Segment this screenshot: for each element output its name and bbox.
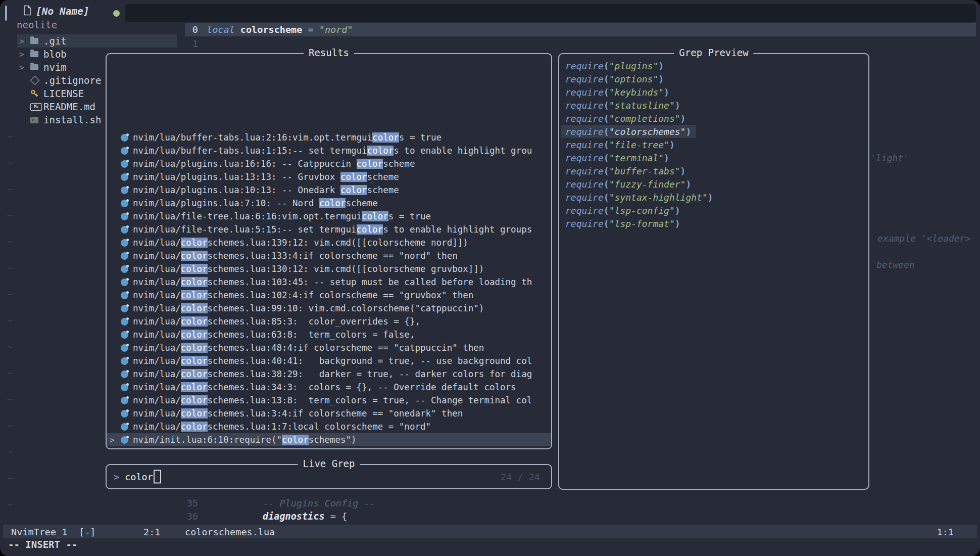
tree-item-label: nvim xyxy=(43,62,67,73)
buffer-tab[interactable]: [No Name] xyxy=(23,5,89,18)
lua-icon xyxy=(121,226,128,234)
lua-icon xyxy=(121,160,128,168)
search-input[interactable]: > color xyxy=(114,470,161,484)
result-row[interactable]: nvim/lua/colorschemes.lua:102:4:if color… xyxy=(107,289,551,302)
result-row[interactable]: nvim/lua/file-tree.lua:5:15:-- set termg… xyxy=(107,223,551,236)
grep-preview-title: Grep Preview xyxy=(674,47,753,58)
lua-icon xyxy=(121,147,128,155)
lua-icon xyxy=(121,265,128,273)
tree-item-label: .git xyxy=(43,35,67,47)
tabline-scrollbar xyxy=(5,6,7,21)
statusline-flag: [-] xyxy=(79,526,95,537)
background-code-text: 'light' xyxy=(870,153,909,163)
preview-line: require("options") xyxy=(561,72,669,85)
result-row[interactable]: nvim/lua/buffer-tabs.lua:2:16:vim.opt.te… xyxy=(107,131,551,144)
lua-icon xyxy=(121,370,128,378)
result-row-selected[interactable]: >nvim/init.lua:6:10:require("colorscheme… xyxy=(107,433,551,446)
result-row[interactable]: nvim/lua/file-tree.lua:6:16:vim.opt.term… xyxy=(107,210,551,223)
tree-item-git[interactable]: > .git xyxy=(17,34,177,48)
lua-icon xyxy=(121,397,128,404)
result-row[interactable]: nvim/lua/colorschemes.lua:13:8: term_col… xyxy=(107,394,551,407)
preview-line: require("file-tree") xyxy=(561,138,680,151)
result-row[interactable]: nvim/lua/plugins.lua:16:16: -- Catppucci… xyxy=(107,157,551,170)
prompt-arrow-icon: > xyxy=(114,472,119,482)
folder-icon xyxy=(30,38,43,44)
tabline-strip xyxy=(125,4,976,22)
result-row[interactable]: nvim/lua/colorschemes.lua:40:41: backgro… xyxy=(107,354,551,367)
statusline-cursor-position: 1:1 xyxy=(937,526,954,537)
preview-line: require("keybinds") xyxy=(561,85,674,99)
result-row[interactable]: nvim/lua/colorschemes.lua:63:8: term_col… xyxy=(107,328,551,341)
lua-icon xyxy=(121,331,128,339)
chevron-right-icon: > xyxy=(19,36,30,46)
tree-item-label: README.md xyxy=(43,101,95,112)
statusline-tree-position: 2:1 xyxy=(143,526,160,537)
result-row[interactable]: nvim/lua/colorschemes.lua:48:4:if colors… xyxy=(107,341,551,354)
result-row[interactable]: nvim/lua/colorschemes.lua:130:12: vim.cm… xyxy=(107,262,551,275)
line-number: 1 xyxy=(185,38,198,49)
line-number: 35 xyxy=(185,498,198,508)
chevron-right-icon: > xyxy=(19,63,30,72)
lua-icon xyxy=(121,187,128,194)
lua-icon xyxy=(121,134,128,142)
result-row[interactable]: nvim/lua/plugins.lua:10:13: -- Onedark c… xyxy=(107,183,551,197)
lua-icon xyxy=(121,252,128,260)
code-line: diagnostics = { xyxy=(263,511,347,522)
vim-mode-indicator: -- INSERT -- xyxy=(8,539,77,550)
result-row[interactable]: nvim/lua/plugins.lua:7:10: -- Nord color… xyxy=(107,197,551,210)
chevron-right-icon: > xyxy=(19,50,30,59)
folder-icon xyxy=(30,64,43,70)
preview-line: require("completions") xyxy=(561,112,691,125)
lua-icon xyxy=(121,357,128,365)
lua-icon xyxy=(121,200,128,207)
statusline-filename: colorschemes.lua xyxy=(185,526,275,537)
editor-cursorline: 0local colorscheme = "nord" xyxy=(185,23,976,36)
lua-icon xyxy=(121,239,128,247)
result-row[interactable]: nvim/lua/colorschemes.lua:3:4:if colorsc… xyxy=(107,407,551,420)
lua-icon xyxy=(121,173,128,181)
tree-item-label: install.sh xyxy=(43,114,101,125)
preview-line: require("statusline") xyxy=(561,99,685,112)
preview-line: require("buffer-tabs") xyxy=(561,164,691,177)
result-row[interactable]: nvim/lua/colorschemes.lua:99:10: vim.cmd… xyxy=(107,302,551,315)
result-row[interactable]: nvim/lua/colorschemes.lua:139:12: vim.cm… xyxy=(107,236,551,249)
empty-line-tildes: ~~~ ~~~ ~~~ ~~~ ~~~ xyxy=(7,123,13,518)
preview-code: require("plugins") require("options") re… xyxy=(561,59,718,230)
preview-line: require("terminal") xyxy=(561,151,674,164)
results-window: Results nvim/lua/buffer-tabs.lua:2:16:vi… xyxy=(106,53,552,449)
match-counter: 24 / 24 xyxy=(501,472,540,482)
result-row[interactable]: nvim/lua/buffer-tabs.lua:1:15:-- set ter… xyxy=(107,144,551,157)
result-row[interactable]: nvim/lua/plugins.lua:13:13: -- Gruvbox c… xyxy=(107,170,551,183)
lua-icon xyxy=(121,384,128,391)
preview-line: require("plugins") xyxy=(561,59,669,72)
lua-icon xyxy=(121,318,128,326)
line-number: 0 xyxy=(185,24,198,35)
tab-title: [No Name] xyxy=(36,6,89,17)
document-icon xyxy=(23,5,31,18)
markdown-icon: M↓ xyxy=(30,103,43,111)
live-grep-window: Live Grep > color 24 / 24 xyxy=(106,464,552,489)
modified-dot-icon xyxy=(113,10,120,17)
result-row[interactable]: nvim/lua/colorschemes.lua:103:45: -- set… xyxy=(107,275,551,289)
result-row[interactable]: nvim/lua/colorschemes.lua:1:7:local colo… xyxy=(107,420,551,433)
key-icon xyxy=(30,89,43,98)
lua-icon xyxy=(121,213,128,220)
lua-icon xyxy=(121,279,128,286)
lua-icon xyxy=(121,436,128,444)
statusline: NvimTree_1 [-] 2:1 colorschemes.lua 1:1 xyxy=(3,525,977,538)
preview-line: require("fuzzy-finder") xyxy=(561,177,696,191)
terminal-icon xyxy=(30,117,43,123)
preview-line-current: require("colorschemes") xyxy=(561,125,696,138)
results-list: nvim/lua/buffer-tabs.lua:2:16:vim.opt.te… xyxy=(107,131,551,446)
background-code-text: between xyxy=(876,259,915,270)
line-number: 36 xyxy=(185,511,198,522)
result-row[interactable]: nvim/lua/colorschemes.lua:38:29: darker … xyxy=(107,367,551,381)
result-row[interactable]: nvim/lua/colorschemes.lua:85:3: color_ov… xyxy=(107,315,551,328)
statusline-buffer-name: NvimTree_1 xyxy=(11,526,67,537)
result-row[interactable]: nvim/lua/colorschemes.lua:34:3: colors =… xyxy=(107,381,551,394)
result-row[interactable]: nvim/lua/colorschemes.lua:133:4:if color… xyxy=(107,249,551,262)
preview-line: require("lsp-format") xyxy=(561,217,685,230)
results-window-title: Results xyxy=(304,47,354,58)
folder-icon xyxy=(30,51,43,57)
selection-arrow-icon: > xyxy=(110,435,121,445)
